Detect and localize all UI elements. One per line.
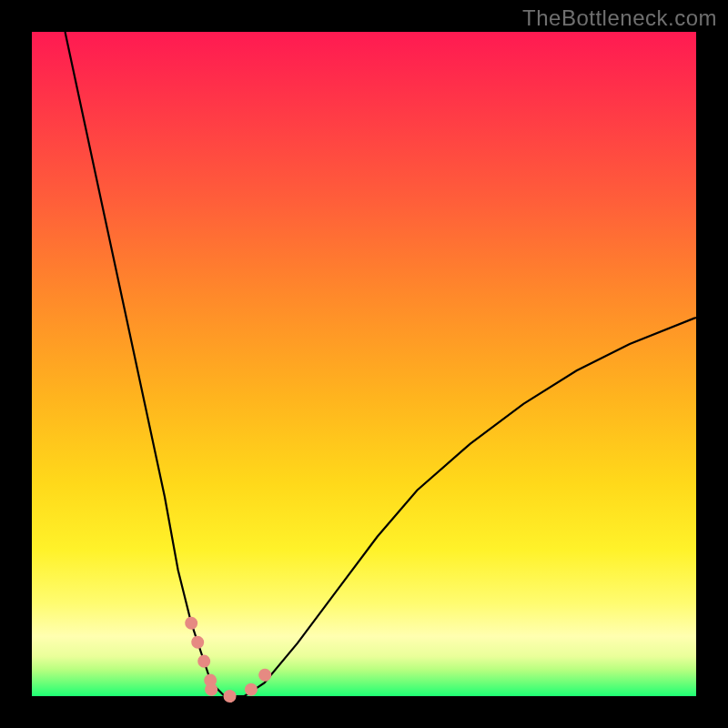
- plot-area: [32, 32, 696, 696]
- watermark-text: TheBottleneck.com: [522, 5, 717, 31]
- curve-layer: [32, 32, 696, 696]
- bottleneck-curve: [66, 32, 697, 696]
- chart-frame: TheBottleneck.com: [0, 0, 728, 728]
